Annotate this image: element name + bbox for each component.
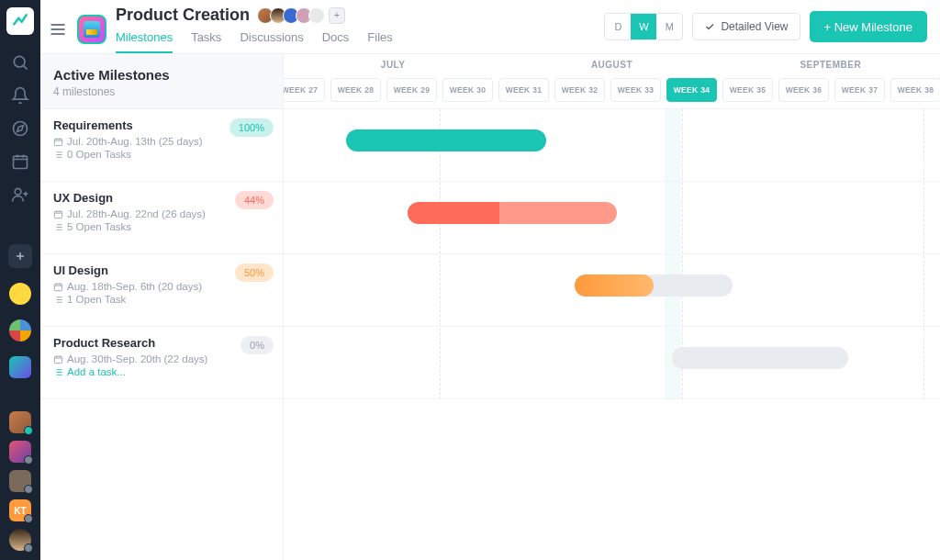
tab-discussions[interactable]: Discussions	[240, 27, 303, 53]
user-avatar[interactable]	[9, 411, 31, 433]
week-pill[interactable]: WEEK 29	[386, 78, 437, 102]
milestone-item[interactable]: RequirementsJul. 20th-Aug. 13th (25 days…	[40, 109, 283, 182]
week-pill[interactable]: WEEK 34	[666, 78, 717, 102]
detailed-view-button[interactable]: Detailed View	[692, 13, 800, 40]
gantt-bar[interactable]	[346, 129, 546, 151]
compass-icon[interactable]	[11, 119, 29, 138]
milestone-tasks: 0 Open Tasks	[53, 149, 270, 160]
progress-badge: 100%	[229, 118, 274, 137]
milestone-dates: Aug. 18th-Sep. 6th (20 days)	[53, 281, 270, 292]
gantt-bar[interactable]	[575, 274, 733, 297]
workspace-pie-icon[interactable]	[9, 319, 31, 342]
milestone-dates: Jul. 28th-Aug. 22nd (26 days)	[53, 208, 270, 219]
view-day[interactable]: D	[605, 14, 631, 39]
invite-icon[interactable]	[11, 185, 29, 204]
new-milestone-button[interactable]: + New Milestone	[810, 11, 927, 42]
milestone-title: Product Research	[53, 336, 270, 350]
avatar[interactable]	[308, 7, 325, 24]
detailed-view-label: Detailed View	[721, 20, 788, 33]
week-pill[interactable]: WEEK 32	[554, 78, 605, 102]
calendar-icon[interactable]	[11, 152, 29, 171]
week-pill[interactable]: WEEK 33	[610, 78, 661, 102]
week-pill[interactable]: WEEK 36	[778, 78, 829, 102]
milestone-tasks: 1 Open Task	[53, 294, 270, 305]
tab-tasks[interactable]: Tasks	[191, 27, 221, 53]
search-icon[interactable]	[11, 53, 29, 72]
timeline-row	[284, 109, 940, 182]
milestone-item[interactable]: UI DesignAug. 18th-Sep. 6th (20 days)1 O…	[40, 254, 283, 327]
month-label: JULY	[284, 54, 502, 76]
week-pill[interactable]: WEEK 27	[284, 78, 325, 102]
progress-badge: 0%	[241, 336, 274, 354]
check-icon	[704, 21, 715, 32]
user-avatar[interactable]	[9, 529, 31, 551]
milestone-dates: Aug. 30th-Sep. 20th (22 days)	[53, 353, 270, 364]
view-toggle: D W M	[604, 13, 683, 40]
milestone-panel: Active Milestones 4 milestones Requireme…	[40, 54, 284, 560]
project-icon[interactable]	[77, 15, 106, 44]
member-avatars: +	[257, 7, 345, 24]
panel-title: Active Milestones	[53, 67, 270, 83]
progress-badge: 50%	[235, 263, 274, 282]
workspace-yellow-icon[interactable]	[9, 283, 31, 305]
progress-badge: 44%	[235, 191, 274, 209]
week-pill[interactable]: WEEK 31	[498, 78, 549, 102]
svg-rect-2	[14, 156, 28, 168]
svg-point-0	[14, 56, 25, 67]
week-pill[interactable]: WEEK 28	[330, 78, 381, 102]
tab-files[interactable]: Files	[367, 27, 392, 53]
timeline-row	[284, 327, 940, 399]
svg-rect-6	[54, 284, 62, 290]
timeline-row	[284, 254, 940, 327]
gantt-bar[interactable]	[408, 202, 617, 224]
add-member-button[interactable]: +	[329, 7, 345, 24]
month-label: AUGUST	[502, 54, 721, 76]
week-pill[interactable]: WEEK 37	[834, 78, 885, 102]
view-week[interactable]: W	[631, 14, 656, 39]
tab-milestones[interactable]: Milestones	[116, 27, 173, 53]
week-pill[interactable]: WEEK 38	[890, 78, 940, 102]
svg-rect-7	[54, 356, 62, 363]
user-avatar[interactable]	[9, 470, 31, 492]
svg-point-1	[14, 122, 28, 136]
app-logo[interactable]	[6, 7, 34, 35]
timeline-row	[284, 182, 940, 254]
sidebar: KT	[0, 0, 40, 560]
header: Product Creation + Milestones Tasks Disc…	[40, 0, 940, 54]
panel-subtitle: 4 milestones	[53, 85, 270, 98]
workspace-teal-icon[interactable]	[9, 356, 31, 378]
milestone-tasks: 5 Open Tasks	[53, 221, 270, 232]
svg-rect-5	[54, 211, 62, 218]
user-avatar[interactable]	[9, 441, 31, 463]
week-pill[interactable]: WEEK 30	[442, 78, 493, 102]
svg-point-3	[15, 188, 21, 195]
timeline: JULYAUGUSTSEPTEMBER WEEK 27WEEK 28WEEK 2…	[284, 54, 940, 560]
week-pill[interactable]: WEEK 35	[722, 78, 773, 102]
gantt-bar[interactable]	[672, 347, 848, 369]
user-avatar[interactable]: KT	[9, 499, 31, 521]
milestone-item[interactable]: Product ResearchAug. 30th-Sep. 20th (22 …	[40, 327, 283, 399]
add-button[interactable]	[8, 244, 32, 268]
menu-icon[interactable]	[48, 19, 68, 39]
page-title: Product Creation	[116, 6, 250, 25]
milestone-item[interactable]: UX DesignJul. 28th-Aug. 22nd (26 days)5 …	[40, 182, 283, 254]
view-month[interactable]: M	[656, 14, 682, 39]
milestone-dates: Jul. 20th-Aug. 13th (25 days)	[53, 136, 270, 147]
month-label: SEPTEMBER	[722, 54, 940, 76]
tab-docs[interactable]: Docs	[322, 27, 350, 53]
bell-icon[interactable]	[11, 86, 29, 105]
svg-rect-4	[54, 139, 62, 145]
add-task-link[interactable]: Add a task...	[53, 366, 270, 377]
